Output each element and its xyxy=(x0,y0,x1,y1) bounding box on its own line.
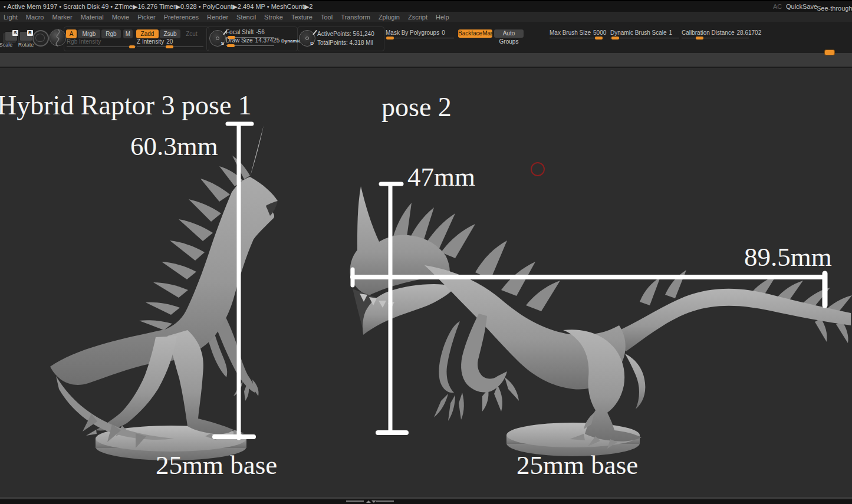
tray-expand-up-icon[interactable] xyxy=(366,500,371,503)
dynamic-brush-scale-value: 1 xyxy=(669,29,673,36)
max-brush-size-handle[interactable] xyxy=(595,37,603,39)
rotate-tool-icon[interactable]: R xyxy=(19,31,32,41)
mask-by-polygroups-track[interactable] xyxy=(386,38,454,38)
sculpt-canvas[interactable] xyxy=(0,68,852,497)
max-brush-size-slider[interactable]: Max Brush Size5000 xyxy=(550,30,603,38)
active-points-readout: ActivePoints: 561,240 xyxy=(317,31,374,37)
menu-marker[interactable]: Marker xyxy=(52,14,72,21)
zbrush-window: • Active Mem 9197 • Scratch Disk 49 • ZT… xyxy=(0,0,852,504)
menu-transform[interactable]: Transform xyxy=(341,14,370,21)
calibration-distance-slider[interactable]: Calibration Distance28.61702 xyxy=(682,30,749,38)
rgb-button[interactable]: Rgb xyxy=(101,29,121,38)
pose1-base-label: 25mm base xyxy=(156,450,277,480)
rgb-intensity-handle[interactable] xyxy=(129,45,135,48)
mask-by-polygroups-value: 0 xyxy=(442,29,445,36)
material-sphere-icon[interactable] xyxy=(49,29,67,47)
auto-groups-button[interactable]: Auto Groups xyxy=(494,29,524,38)
max-brush-size-value: 5000 xyxy=(593,29,606,36)
zadd-button[interactable]: Zadd xyxy=(136,29,159,38)
texture-selector-icon[interactable] xyxy=(32,30,49,47)
menu-picker[interactable]: Picker xyxy=(137,14,156,21)
see-through-label: See-through xyxy=(817,5,852,12)
z-intensity-value: 20 xyxy=(166,38,173,45)
pose1-title: Hybrid Raptor 3 pose 1 xyxy=(0,90,252,121)
rgb-intensity-label: Rgb Intensity xyxy=(67,38,101,45)
focal-shift-slider[interactable]: Focal Shift-56 xyxy=(226,29,274,38)
draw-size-value: 14.37425 xyxy=(255,37,280,44)
z-intensity-handle[interactable] xyxy=(166,45,173,48)
menu-light[interactable]: Light xyxy=(4,14,18,21)
max-brush-size-track[interactable] xyxy=(550,38,603,38)
draw-icon-letter: D xyxy=(310,41,314,46)
status-text: • Active Mem 9197 • Scratch Disk 49 • ZT… xyxy=(4,3,313,11)
scale-tool-icon[interactable]: S xyxy=(5,31,18,41)
draw-size-icon[interactable]: D xyxy=(299,30,315,47)
scale-badge: S xyxy=(12,30,18,36)
pose2-title: pose 2 xyxy=(381,91,452,123)
draw-size-handle[interactable] xyxy=(227,44,235,47)
menu-material[interactable]: Material xyxy=(81,14,104,21)
focal-shift-label: Focal Shift xyxy=(226,29,254,35)
menu-macro[interactable]: Macro xyxy=(26,14,44,21)
tray-divider-left-bar[interactable] xyxy=(346,500,364,502)
menu-tool[interactable]: Tool xyxy=(321,14,333,21)
z-intensity-track[interactable] xyxy=(137,47,203,47)
pose2-base-label: 25mm base xyxy=(517,450,638,480)
quicksave-button[interactable]: QuickSave xyxy=(786,3,817,10)
rgb-intensity-track[interactable] xyxy=(67,47,136,47)
draw-size-slider[interactable]: Draw Size14.37425 xyxy=(226,38,274,46)
dynamic-mode-tag[interactable]: Dynamic xyxy=(281,38,301,44)
top-shelf-toolbar: S Scale R Rotate A Mrgb Rgb M Zadd Zsub … xyxy=(0,22,852,53)
shelf-scroll-handle[interactable] xyxy=(824,50,835,55)
menu-movie[interactable]: Movie xyxy=(112,14,129,21)
menu-bar: Light Macro Marker Material Movie Picker… xyxy=(0,12,852,22)
menu-zscript[interactable]: Zscript xyxy=(408,14,427,21)
pose2-length-label: 89.5mm xyxy=(744,242,832,272)
focal-shift-value: -56 xyxy=(256,29,264,35)
calibration-distance-handle[interactable] xyxy=(696,37,703,39)
tray-divider-right-bar[interactable] xyxy=(376,500,394,502)
ac-button[interactable]: AC xyxy=(773,3,782,10)
menu-zplugin[interactable]: Zplugin xyxy=(379,14,400,21)
dynamic-brush-scale-label: Dynamic Brush Scale xyxy=(610,29,667,36)
menu-stroke[interactable]: Stroke xyxy=(264,14,283,21)
draw-size-label: Draw Size xyxy=(226,37,253,44)
rotate-badge: R xyxy=(27,30,33,36)
z-intensity-slider[interactable]: Z Intensity20 xyxy=(137,39,203,47)
total-points-readout: TotalPoints: 4.318 Mil xyxy=(317,39,373,46)
calibration-distance-value: 28.61702 xyxy=(737,29,762,36)
mrgb-button[interactable]: Mrgb xyxy=(78,29,100,38)
zsub-button[interactable]: Zsub xyxy=(160,29,180,38)
calibration-distance-track[interactable] xyxy=(682,38,749,38)
menu-preferences[interactable]: Preferences xyxy=(164,14,199,21)
calibration-distance-label: Calibration Distance xyxy=(682,29,735,36)
a-button[interactable]: A xyxy=(66,29,77,38)
m-button[interactable]: M xyxy=(123,29,133,38)
pose2-height-label: 47mm xyxy=(407,162,475,192)
dynamic-brush-scale-slider[interactable]: Dynamic Brush Scale1 xyxy=(610,30,679,38)
pose1-height-label: 60.3mm xyxy=(130,131,218,162)
stroke-type-icon[interactable]: S xyxy=(209,30,226,47)
mask-by-polygroups-label: Mask By Polygroups xyxy=(386,29,439,36)
status-bar: • Active Mem 9197 • Scratch Disk 49 • ZT… xyxy=(0,0,852,12)
mask-by-polygroups-slider[interactable]: Mask By Polygroups0 xyxy=(386,30,454,38)
menu-stencil[interactable]: Stencil xyxy=(236,14,256,21)
zcut-button[interactable]: Zcut xyxy=(183,29,200,38)
bottom-bar xyxy=(0,499,852,504)
backface-mask-button[interactable]: BackfaceMask xyxy=(458,29,492,38)
dynamic-brush-scale-track[interactable] xyxy=(610,38,679,38)
menu-help[interactable]: Help xyxy=(436,14,449,21)
top-tray-strip xyxy=(0,53,852,67)
max-brush-size-label: Max Brush Size xyxy=(550,29,591,36)
z-intensity-label: Z Intensity xyxy=(137,38,164,45)
mask-by-polygroups-handle[interactable] xyxy=(386,37,394,39)
tray-expand-down-icon[interactable] xyxy=(371,500,376,503)
rgb-intensity-slider[interactable]: Rgb Intensity xyxy=(67,39,136,47)
menu-render[interactable]: Render xyxy=(207,14,228,21)
draw-size-track[interactable] xyxy=(226,45,274,46)
menu-texture[interactable]: Texture xyxy=(291,14,312,21)
stroke-icon-letter: S xyxy=(221,41,224,46)
dynamic-brush-scale-handle[interactable] xyxy=(611,37,619,39)
